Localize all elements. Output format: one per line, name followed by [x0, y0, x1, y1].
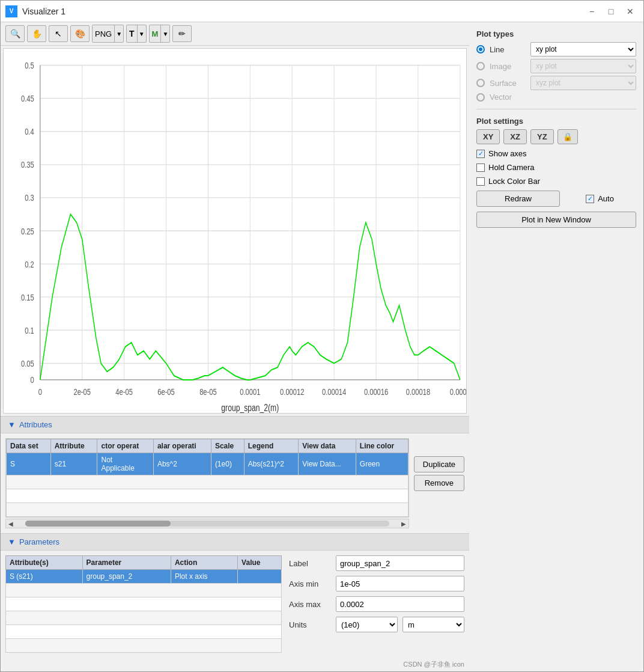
label-input[interactable] — [336, 555, 464, 571]
minimize-button[interactable]: − — [583, 3, 600, 20]
attributes-header-row: Data set Attribute ctor operat alar oper… — [7, 439, 409, 453]
svg-text:0.5: 0.5 — [25, 60, 34, 70]
hold-camera-label: Hold Camera — [488, 163, 535, 172]
params-left: Attribute(s) Parameter Action Value S (s… — [5, 555, 282, 653]
svg-text:0.00012: 0.00012 — [280, 386, 304, 397]
scroll-thumb[interactable] — [25, 521, 171, 527]
png-tool-button[interactable]: PNG ▼ — [92, 25, 124, 43]
parameters-section: ▼ Parameters Attribute(s) Parameter A — [1, 533, 469, 658]
table-row-empty2 — [7, 489, 409, 503]
plot-type-vector-label: Vector — [490, 93, 526, 102]
col-scalar-op: alar operati — [153, 439, 211, 453]
attributes-table-body: S s21 NotApplicable Abs^2 (1e0) Abs(s21)… — [7, 453, 409, 517]
radio-image[interactable] — [476, 62, 485, 70]
chart-container: 0 0.05 0.1 0.15 0.2 0.25 0.3 0.35 0.4 0.… — [3, 48, 467, 414]
parameters-header[interactable]: ▼ Parameters — [1, 533, 469, 551]
text-tool-button[interactable]: T ▼ — [126, 25, 146, 43]
lock-color-bar-checkbox[interactable] — [476, 177, 485, 186]
param-row-empty5 — [6, 639, 282, 653]
radio-line[interactable] — [476, 45, 485, 53]
auto-label: Auto — [598, 194, 614, 203]
duplicate-button[interactable]: Duplicate — [414, 456, 464, 472]
show-axes-label: Show axes — [488, 149, 527, 158]
attributes-header[interactable]: ▼ Attributes — [1, 416, 469, 433]
cell-view-data[interactable]: View Data... — [299, 453, 356, 475]
lock-color-bar-label: Lock Color Bar — [488, 177, 540, 186]
plot-settings-title: Plot settings — [476, 117, 636, 126]
svg-text:0.45: 0.45 — [21, 93, 34, 103]
radio-surface[interactable] — [476, 79, 485, 87]
scroll-track[interactable] — [25, 521, 389, 527]
attributes-collapse-icon: ▼ — [8, 420, 16, 429]
select-tool-button[interactable]: ↖ — [49, 25, 68, 42]
zoom-tool-button[interactable]: 🔍 — [5, 25, 25, 42]
plot-type-line-select[interactable]: xy plot — [530, 42, 636, 57]
svg-text:0.0002: 0.0002 — [450, 386, 466, 397]
axis-min-input[interactable] — [336, 576, 464, 591]
png-dropdown-arrow[interactable]: ▼ — [114, 25, 123, 42]
parameters-table-head: Attribute(s) Parameter Action Value — [6, 556, 282, 570]
param-table-row[interactable]: S (s21) group_span_2 Plot x axis — [6, 570, 282, 584]
params-right: Label Axis min Axis max — [289, 555, 464, 653]
redraw-button[interactable]: Redraw — [476, 191, 560, 207]
plot-new-window-button[interactable]: Plot in New Window — [476, 212, 636, 228]
table-row-empty3 — [7, 503, 409, 517]
svg-text:0.00014: 0.00014 — [322, 386, 346, 397]
plot-type-surface-select: xyz plot — [530, 76, 636, 90]
plot-type-line-label: Line — [490, 45, 526, 54]
plot-type-image: Image xy plot — [476, 59, 636, 73]
radio-vector[interactable] — [476, 93, 485, 102]
attributes-table-scroll: Data set Attribute ctor operat alar oper… — [5, 438, 409, 518]
parameters-collapse-icon: ▼ — [8, 537, 16, 546]
divider1 — [476, 109, 636, 109]
attributes-body: Data set Attribute ctor operat alar oper… — [1, 433, 469, 533]
scroll-right-arrow[interactable]: ▶ — [399, 521, 409, 527]
col-legend: Legend — [244, 439, 299, 453]
col-scale: Scale — [211, 439, 244, 453]
param-row-empty3 — [6, 611, 282, 625]
cell-scale: (1e0) — [211, 453, 244, 475]
attributes-title: Attributes — [19, 420, 52, 429]
color-tool-button[interactable]: 🎨 — [70, 25, 90, 42]
hold-camera-checkbox[interactable] — [476, 163, 485, 172]
units-row: Units (1e0) (1e3) (1e-3) (1e6) (1e-6) m — [289, 617, 464, 632]
pcol-parameter: Parameter — [82, 556, 171, 570]
axis-max-input[interactable] — [336, 596, 464, 612]
cell-line-color: Green — [356, 453, 408, 475]
col-view-data: View data — [299, 439, 356, 453]
units-select-2[interactable]: m mm km um nm — [402, 617, 464, 632]
marker-tool-label: M — [150, 25, 161, 42]
table-row[interactable]: S s21 NotApplicable Abs^2 (1e0) Abs(s21)… — [7, 453, 409, 475]
redraw-auto-row: Redraw Auto — [476, 191, 636, 207]
scroll-left-arrow[interactable]: ◀ — [6, 521, 16, 527]
axis-max-label: Axis max — [289, 600, 331, 609]
col-line-color: Line color — [356, 439, 408, 453]
yz-axis-button[interactable]: YZ — [530, 129, 554, 144]
xy-axis-button[interactable]: XY — [476, 129, 500, 144]
units-label: Units — [289, 620, 331, 629]
watermark: CSDN @子非鱼 icon — [1, 658, 469, 671]
show-axes-checkbox[interactable] — [476, 150, 485, 158]
attributes-table: Data set Attribute ctor operat alar oper… — [6, 439, 409, 517]
plot-types-list: Line xy plot Image xy plot — [476, 42, 636, 102]
close-button[interactable]: ✕ — [622, 3, 639, 20]
text-dropdown-arrow[interactable]: ▼ — [137, 25, 146, 42]
svg-text:4e-05: 4e-05 — [115, 386, 132, 397]
marker-dropdown-arrow[interactable]: ▼ — [160, 25, 169, 42]
marker-tool-button[interactable]: M ▼ — [149, 25, 171, 43]
label-row: Label — [289, 555, 464, 571]
maximize-button[interactable]: □ — [603, 3, 619, 20]
svg-text:6e-05: 6e-05 — [157, 386, 174, 397]
pan-tool-button[interactable]: ✋ — [27, 25, 46, 42]
lock-axes-button[interactable]: 🔒 — [557, 129, 578, 144]
horizontal-scrollbar[interactable]: ◀ ▶ — [5, 519, 409, 528]
auto-checkbox[interactable] — [586, 195, 594, 203]
xz-axis-button[interactable]: XZ — [503, 129, 527, 144]
remove-button[interactable]: Remove — [414, 475, 464, 491]
chart-svg: 0 0.05 0.1 0.15 0.2 0.25 0.3 0.35 0.4 0.… — [4, 49, 466, 413]
left-panel: 🔍 ✋ ↖ 🎨 PNG ▼ T ▼ M ▼ ✏ — [1, 22, 469, 671]
pencil-tool-button[interactable]: ✏ — [172, 25, 192, 42]
units-select-1[interactable]: (1e0) (1e3) (1e-3) (1e6) (1e-6) — [336, 617, 398, 632]
pcell-action: Plot x axis — [171, 570, 237, 584]
svg-text:0: 0 — [38, 386, 42, 397]
